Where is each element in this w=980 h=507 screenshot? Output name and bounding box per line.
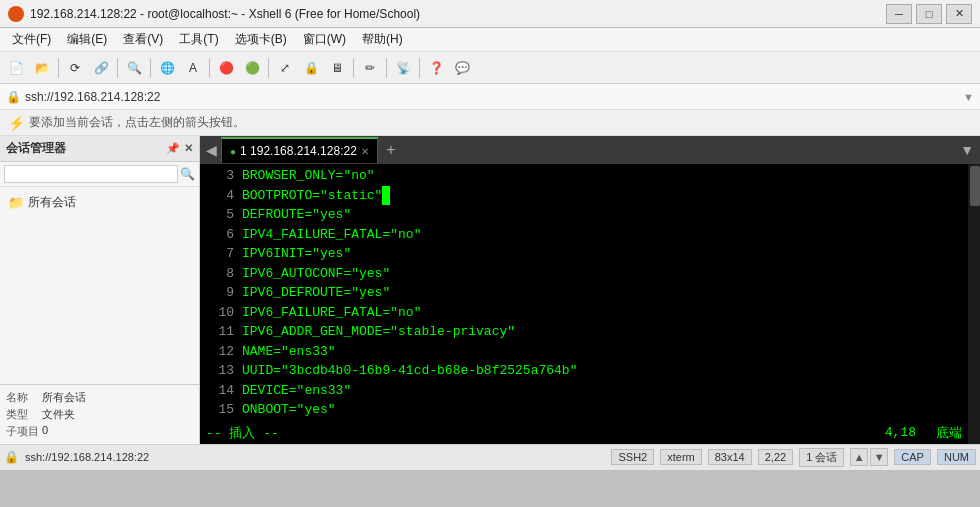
nav-down-button[interactable]: ▼ [870,448,888,466]
toolbar-new[interactable]: 📄 [4,56,28,80]
terminal-content[interactable]: 3 BROWSER_ONLY="no" 4 BOOTPROTO="static"… [200,164,968,422]
toolbar-logo1[interactable]: 🔴 [214,56,238,80]
line-11-content: IPV6_ADDR_GEN_MODE="stable-privacy" [242,322,515,342]
term-line-4: 4 BOOTPROTO="static" [206,186,962,206]
menu-tools[interactable]: 工具(T) [171,29,226,50]
toolbar-sep-3 [150,58,151,78]
address-text[interactable]: ssh://192.168.214.128:22 [25,90,963,104]
folder-label: 所有会话 [28,194,76,211]
prop-type-value: 文件夹 [42,407,193,422]
line-7-content: IPV6INIT="yes" [242,244,351,264]
term-line-15: 15 ONBOOT="yes" [206,400,962,420]
tab-more-icon[interactable]: ▼ [956,142,978,158]
tab-active-indicator: ● [230,146,236,157]
term-line-3: 3 BROWSER_ONLY="no" [206,166,962,186]
session-panel-icons: 📌 ✕ [166,142,193,155]
menu-edit[interactable]: 编辑(E) [59,29,115,50]
statusbar-terminal-size: 83x14 [708,449,752,465]
prop-name-label: 名称 [6,390,42,405]
tab-1-close-icon[interactable]: ✕ [361,146,369,157]
line-15-content: ONBOOT="yes" [242,400,336,420]
toolbar-search[interactable]: 🔍 [122,56,146,80]
window-title: 192.168.214.128:22 - root@localhost:~ - … [30,7,886,21]
search-input[interactable] [4,165,178,183]
line-8-content: IPV6_AUTOCONF="yes" [242,264,390,284]
toolbar-open[interactable]: 📂 [30,56,54,80]
toolbar-btn2[interactable]: 🔗 [89,56,113,80]
toolbar-server[interactable]: 🖥 [325,56,349,80]
prop-name: 名称 所有会话 [6,389,193,406]
statusbar-encoding: xterm [660,449,702,465]
line-num-4: 4 [206,186,234,206]
arrow-icon: ⚡ [8,115,25,131]
toolbar-globe[interactable]: 🌐 [155,56,179,80]
statusbar-sessions: 1 会话 [799,448,844,467]
lock-icon: 🔒 [6,90,21,104]
tab-1-label: 1 192.168.214.128:22 [240,144,357,158]
term-line-9: 9 IPV6_DEFROUTE="yes" [206,283,962,303]
toolbar: 📄 📂 ⟳ 🔗 🔍 🌐 A 🔴 🟢 ⤢ 🔒 🖥 ✏ 📡 ❓ 💬 [0,52,980,84]
menu-file[interactable]: 文件(F) [4,29,59,50]
line-6-content: IPV4_FAILURE_FATAL="no" [242,225,421,245]
toolbar-sep-7 [386,58,387,78]
tab-1[interactable]: ● 1 192.168.214.128:22 ✕ [221,137,378,163]
tab-add-button[interactable]: + [380,139,402,161]
term-line-10: 10 IPV6_FAILURE_FATAL="no" [206,303,962,323]
line-num-15: 15 [206,400,234,420]
properties-panel: 名称 所有会话 类型 文件夹 子项目 0 [0,384,199,444]
address-dropdown-icon[interactable]: ▼ [963,91,974,103]
toolbar-help[interactable]: ❓ [424,56,448,80]
minimize-button[interactable]: ─ [886,4,912,24]
term-line-8: 8 IPV6_AUTOCONF="yes" [206,264,962,284]
tab-bar: ◀ ● 1 192.168.214.128:22 ✕ + ▼ [200,136,980,164]
line-num-13: 13 [206,361,234,381]
terminal-scrollbar[interactable] [968,164,980,444]
toolbar-sep-5 [268,58,269,78]
toolbar-edit2[interactable]: ✏ [358,56,382,80]
term-line-6: 6 IPV4_FAILURE_FATAL="no" [206,225,962,245]
session-panel-title: 会话管理器 [6,140,166,157]
tab-nav-left-icon[interactable]: ◀ [202,142,221,158]
toolbar-lock[interactable]: 🔒 [299,56,323,80]
close-button[interactable]: ✕ [946,4,972,24]
pin-icon[interactable]: 📌 [166,142,180,155]
session-search: 🔍 [0,162,199,187]
toolbar-expand[interactable]: ⤢ [273,56,297,80]
menu-view[interactable]: 查看(V) [115,29,171,50]
prop-type: 类型 文件夹 [6,406,193,423]
toolbar-logo2[interactable]: 🟢 [240,56,264,80]
toolbar-sep-8 [419,58,420,78]
status-nav-buttons: ▲ ▼ [850,448,888,466]
toolbar-refresh[interactable]: ⟳ [63,56,87,80]
prop-type-label: 类型 [6,407,42,422]
prop-children: 子项目 0 [6,423,193,440]
prop-name-value: 所有会话 [42,390,193,405]
toolbar-share[interactable]: 📡 [391,56,415,80]
all-sessions-folder[interactable]: 📁 所有会话 [0,191,199,214]
menu-help[interactable]: 帮助(H) [354,29,411,50]
panel-close-icon[interactable]: ✕ [184,142,193,155]
toolbar-sep-1 [58,58,59,78]
maximize-button[interactable]: □ [916,4,942,24]
menu-window[interactable]: 窗口(W) [295,29,354,50]
menu-tabs[interactable]: 选项卡(B) [227,29,295,50]
content-area: 会话管理器 📌 ✕ 🔍 📁 所有会话 名称 所有会话 类型 文件夹 [0,136,980,444]
address-bar: 🔒 ssh://192.168.214.128:22 ▼ [0,84,980,110]
statusbar-position: 2,22 [758,449,793,465]
term-line-7: 7 IPV6INIT="yes" [206,244,962,264]
term-line-11: 11 IPV6_ADDR_GEN_MODE="stable-privacy" [206,322,962,342]
toolbar-font[interactable]: A [181,56,205,80]
terminal-mode: -- 插入 -- [206,424,885,442]
line-13-content: UUID="3bcdb4b0-16b9-41cd-b68e-b8f2525a76… [242,361,577,381]
term-line-12: 12 NAME="ens33" [206,342,962,362]
info-bar-text: 要添加当前会话，点击左侧的箭头按钮。 [29,114,245,131]
toolbar-sep-6 [353,58,354,78]
nav-up-button[interactable]: ▲ [850,448,868,466]
prop-children-value: 0 [42,424,193,439]
toolbar-chat[interactable]: 💬 [450,56,474,80]
session-panel: 会话管理器 📌 ✕ 🔍 📁 所有会话 名称 所有会话 类型 文件夹 [0,136,200,444]
statusbar-address: ssh://192.168.214.128:22 [25,451,149,463]
line-num-12: 12 [206,342,234,362]
line-num-11: 11 [206,322,234,342]
statusbar-num: NUM [937,449,976,465]
